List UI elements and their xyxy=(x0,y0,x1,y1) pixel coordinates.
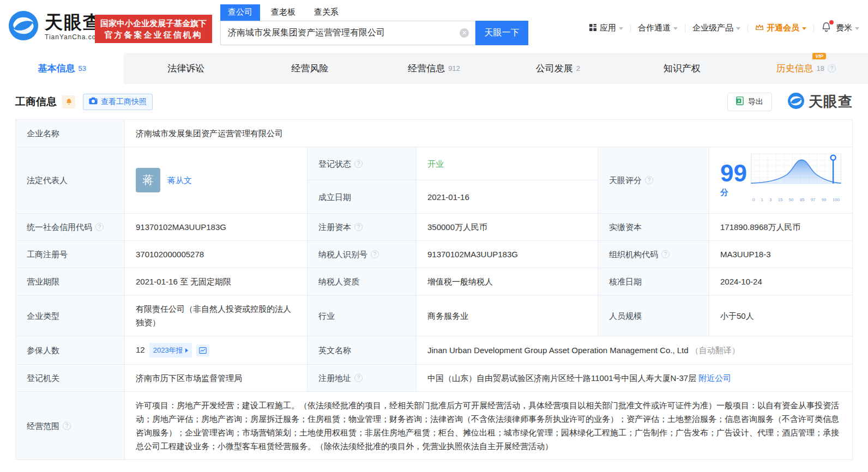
search-area: 查公司 查老板 查关系 ✕ 天眼一下 xyxy=(220,4,528,45)
staff-size-label: 人员规模 xyxy=(598,295,709,336)
tab-basic-info[interactable]: 基本信息 53 xyxy=(0,53,124,84)
help-icon[interactable] xyxy=(354,160,363,168)
vip-badge: VIP xyxy=(812,53,826,59)
table-row: 参保人数 122023年报 英文名称 Jinan Urban Developme… xyxy=(16,336,853,365)
tab-operation-risk[interactable]: 经营风险 xyxy=(248,53,372,84)
taxpayer-id-value: 91370102MA3UUP183G xyxy=(417,241,598,268)
business-term-label: 营业期限 xyxy=(16,268,125,295)
auto-translate-note: （自动翻译） xyxy=(691,346,740,355)
company-name-label: 企业名称 xyxy=(16,120,125,147)
establish-date-value: 2021-01-16 xyxy=(417,180,598,214)
help-icon[interactable] xyxy=(645,176,653,184)
badge-line2: 官方备案企业征信机构 xyxy=(100,29,207,40)
score-axis-labels: 0131550859799100 xyxy=(752,193,840,207)
tianyan-score-widget[interactable]: 99 分 xyxy=(720,154,841,207)
apps-grid-icon xyxy=(589,23,597,33)
business-scope-label: 经营范围 xyxy=(27,419,59,433)
insured-label: 参保人数 xyxy=(16,336,125,365)
english-name-value: Jinan Urban Development Group Asset Oper… xyxy=(427,346,689,355)
approval-date-value: 2024-10-24 xyxy=(709,268,853,295)
search-tab-company[interactable]: 查公司 xyxy=(220,4,260,21)
score-unit: 分 xyxy=(720,187,728,197)
company-type-label: 企业类型 xyxy=(16,295,125,336)
gov-certification-badge: 国家中小企业发展子基金旗下 官方备案企业征信机构 xyxy=(95,15,212,43)
table-row: 统一社会信用代码 91370102MA3UUP183G 注册资本 350000万… xyxy=(16,214,853,241)
establish-date-label: 成立日期 xyxy=(308,180,417,214)
business-registration-table: 企业名称 济南城市发展集团资产运营管理有限公司 法定代表人 蒋 蒋从文 登记状态… xyxy=(15,119,853,460)
search-tabs: 查公司 查老板 查关系 xyxy=(220,4,528,21)
industry-value: 商务服务业 xyxy=(417,295,598,336)
help-icon[interactable] xyxy=(354,374,363,382)
credit-code-value: 91370102MA3UUP183G xyxy=(125,214,308,241)
annual-report-pill[interactable]: 2023年报 xyxy=(149,343,192,358)
legal-rep-avatar[interactable]: 蒋 xyxy=(136,168,160,192)
reg-number-value: 370102000005278 xyxy=(125,241,308,268)
search-tab-boss[interactable]: 查老板 xyxy=(263,4,303,21)
reg-authority-label: 登记机关 xyxy=(16,365,125,392)
help-icon[interactable] xyxy=(828,64,836,72)
legal-rep-link[interactable]: 蒋从文 xyxy=(167,173,192,187)
reg-number-label: 工商注册号 xyxy=(16,241,125,268)
credit-code-label: 统一社会信用代码 xyxy=(27,220,92,234)
table-row: 登记机关 济南市历下区市场监督管理局 注册地址 中国（山东）自由贸易试验区济南片… xyxy=(16,365,853,392)
tab-business-info[interactable]: 经营信息 912 xyxy=(372,53,496,84)
arrow-right-icon xyxy=(185,348,188,353)
paid-capital-label: 实缴资本 xyxy=(598,214,709,241)
score-distribution-chart: 0131550859799100 xyxy=(751,154,841,207)
paid-capital-value: 171890.8968万人民币 xyxy=(709,214,853,241)
english-name-label: 英文名称 xyxy=(308,336,417,365)
table-row: 企业名称 济南城市发展集团资产运营管理有限公司 xyxy=(16,120,853,147)
section-title: 工商信息 xyxy=(15,95,57,109)
company-type-value: 有限责任公司（非自然人投资或控股的法人独资） xyxy=(125,295,308,336)
business-scope-value: 许可项目：房地产开发经营；建设工程施工。（依法须经批准的项目，经相关部门批准后方… xyxy=(125,392,853,460)
nav-partner-channel[interactable]: 合作通道 xyxy=(638,23,678,33)
reg-status-label: 登记状态 xyxy=(318,157,351,171)
chevron-down-icon xyxy=(673,27,678,30)
notification-dot xyxy=(829,20,834,25)
reg-address-value: 中国（山东）自由贸易试验区济南片区经十路11001号中国人寿大厦N-37层 xyxy=(427,373,696,383)
tab-company-development[interactable]: 公司发展 2 xyxy=(496,53,620,84)
help-icon[interactable] xyxy=(63,422,71,430)
tianyancha-watermark: 天眼查 xyxy=(787,92,853,112)
subscribe-bell-icon[interactable] xyxy=(62,95,75,108)
logo-domain: TianYanCha.com xyxy=(45,33,102,41)
chevron-down-icon xyxy=(802,27,806,30)
nav-user-menu[interactable]: 费米 xyxy=(836,23,859,33)
view-business-snapshot-button[interactable]: 查看工商快照 xyxy=(83,94,153,110)
nav-enterprise-products[interactable]: 企业级产品 xyxy=(692,23,740,33)
trend-chart-icon[interactable] xyxy=(196,344,209,356)
help-icon[interactable] xyxy=(95,223,104,231)
table-row: 经营范围 许可项目：房地产开发经营；建设工程施工。（依法须经批准的项目，经相关部… xyxy=(16,392,853,460)
nav-apps[interactable]: 应用 xyxy=(589,23,623,33)
export-button[interactable]: 导出 xyxy=(727,93,772,111)
tab-legal-litigation[interactable]: 法律诉讼 xyxy=(124,53,248,84)
chevron-down-icon xyxy=(736,27,740,30)
legal-rep-label: 法定代表人 xyxy=(16,147,125,214)
org-code-label: 组织机构代码 xyxy=(609,247,658,261)
site-header: 天眼查 TianYanCha.com 国家中小企业发展子基金旗下 官方备案企业征… xyxy=(0,0,868,53)
tianyancha-logo[interactable]: 天眼查 TianYanCha.com xyxy=(8,10,102,44)
help-icon[interactable] xyxy=(661,250,670,258)
approval-date-label: 核准日期 xyxy=(598,268,709,295)
clear-search-icon[interactable]: ✕ xyxy=(460,28,469,38)
notification-bell-icon[interactable] xyxy=(821,22,831,34)
reg-address-label: 注册地址 xyxy=(318,371,351,385)
excel-icon xyxy=(736,96,744,107)
nearby-companies-link[interactable]: 附近公司 xyxy=(698,373,731,383)
tianyancha-logo-icon xyxy=(8,10,39,44)
reg-capital-label: 注册资本 xyxy=(318,220,351,234)
search-button[interactable]: 天眼一下 xyxy=(475,21,528,45)
help-icon[interactable] xyxy=(371,250,379,258)
help-icon[interactable] xyxy=(354,223,363,231)
nav-open-vip[interactable]: 开通会员 xyxy=(755,23,806,33)
tab-history-info[interactable]: VIP 历史信息 18 xyxy=(744,53,868,84)
industry-label: 行业 xyxy=(308,295,417,336)
camera-icon xyxy=(89,97,98,106)
search-tab-relation[interactable]: 查关系 xyxy=(306,4,346,21)
username: 费米 xyxy=(836,23,852,33)
business-info-section-header: 工商信息 查看工商快照 导出 xyxy=(0,84,868,119)
company-page-tabs: 基本信息 53 法律诉讼 经营风险 经营信息 912 公司发展 2 知识产权 V… xyxy=(0,53,868,84)
crown-icon xyxy=(755,23,764,33)
search-input[interactable] xyxy=(220,21,475,45)
tab-intellectual-property[interactable]: 知识产权 xyxy=(620,53,744,84)
